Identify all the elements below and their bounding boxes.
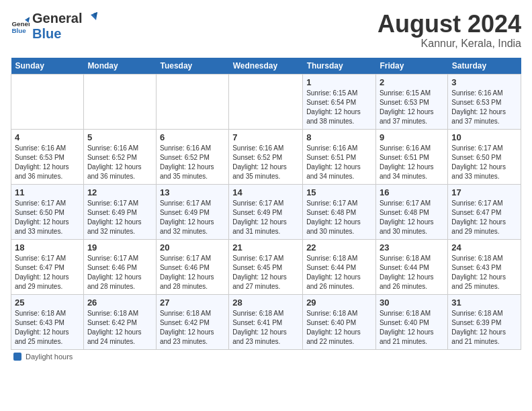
- day-info: Sunrise: 6:16 AM Sunset: 6:51 PM Dayligh…: [306, 144, 372, 181]
- table-row: 4Sunrise: 6:16 AM Sunset: 6:53 PM Daylig…: [11, 129, 84, 184]
- logo-blue: Blue: [32, 27, 97, 40]
- day-info: Sunrise: 6:17 AM Sunset: 6:49 PM Dayligh…: [232, 199, 299, 236]
- table-row: 12Sunrise: 6:17 AM Sunset: 6:49 PM Dayli…: [83, 184, 156, 239]
- day-info: Sunrise: 6:17 AM Sunset: 6:46 PM Dayligh…: [87, 254, 152, 291]
- day-number: 18: [15, 242, 80, 253]
- logo: General Blue General Blue: [11, 11, 97, 40]
- day-number: 10: [451, 132, 517, 142]
- day-number: 8: [306, 132, 372, 142]
- table-row: [83, 74, 156, 129]
- page-subtitle: Kannur, Kerala, India: [378, 38, 521, 50]
- table-row: 14Sunrise: 6:17 AM Sunset: 6:49 PM Dayli…: [229, 184, 303, 239]
- table-row: 8Sunrise: 6:16 AM Sunset: 6:51 PM Daylig…: [303, 129, 376, 184]
- day-number: 12: [87, 187, 152, 197]
- calendar-week-row: 25Sunrise: 6:18 AM Sunset: 6:43 PM Dayli…: [11, 294, 521, 349]
- day-info: Sunrise: 6:18 AM Sunset: 6:40 PM Dayligh…: [380, 309, 444, 347]
- table-row: 10Sunrise: 6:17 AM Sunset: 6:50 PM Dayli…: [448, 129, 521, 184]
- table-row: 28Sunrise: 6:18 AM Sunset: 6:41 PM Dayli…: [229, 294, 303, 349]
- day-number: 26: [87, 298, 152, 308]
- table-row: 5Sunrise: 6:16 AM Sunset: 6:52 PM Daylig…: [83, 129, 156, 184]
- day-number: 4: [15, 132, 80, 142]
- day-number: 17: [451, 187, 517, 197]
- calendar-header-row: Sunday Monday Tuesday Wednesday Thursday…: [11, 58, 521, 75]
- col-sunday: Sunday: [11, 58, 84, 75]
- day-number: 7: [232, 132, 299, 142]
- table-row: [11, 74, 84, 129]
- day-info: Sunrise: 6:16 AM Sunset: 6:52 PM Dayligh…: [87, 144, 152, 181]
- table-row: 23Sunrise: 6:18 AM Sunset: 6:44 PM Dayli…: [375, 239, 447, 294]
- table-row: 3Sunrise: 6:16 AM Sunset: 6:53 PM Daylig…: [448, 74, 521, 129]
- day-info: Sunrise: 6:17 AM Sunset: 6:50 PM Dayligh…: [451, 144, 517, 181]
- col-thursday: Thursday: [303, 58, 376, 75]
- day-info: Sunrise: 6:17 AM Sunset: 6:48 PM Dayligh…: [306, 199, 372, 236]
- day-info: Sunrise: 6:17 AM Sunset: 6:48 PM Dayligh…: [380, 199, 444, 236]
- day-number: 22: [306, 242, 372, 253]
- day-number: 5: [87, 132, 152, 142]
- day-number: 2: [380, 77, 444, 87]
- day-number: 3: [451, 77, 517, 87]
- day-info: Sunrise: 6:18 AM Sunset: 6:42 PM Dayligh…: [87, 309, 152, 347]
- day-info: Sunrise: 6:17 AM Sunset: 6:49 PM Dayligh…: [160, 199, 225, 236]
- day-info: Sunrise: 6:18 AM Sunset: 6:42 PM Dayligh…: [160, 309, 225, 347]
- page-header: General Blue General Blue August 2024 Ka…: [11, 11, 521, 50]
- day-number: 20: [160, 242, 225, 253]
- table-row: 31Sunrise: 6:18 AM Sunset: 6:39 PM Dayli…: [448, 294, 521, 349]
- svg-text:Blue: Blue: [11, 27, 26, 34]
- table-row: 15Sunrise: 6:17 AM Sunset: 6:48 PM Dayli…: [303, 184, 376, 239]
- title-block: August 2024 Kannur, Kerala, India: [378, 11, 521, 50]
- day-info: Sunrise: 6:17 AM Sunset: 6:50 PM Dayligh…: [15, 199, 80, 236]
- day-number: 25: [15, 298, 80, 308]
- day-info: Sunrise: 6:16 AM Sunset: 6:52 PM Dayligh…: [160, 144, 225, 181]
- logo-bird-icon: [83, 12, 97, 27]
- table-row: 11Sunrise: 6:17 AM Sunset: 6:50 PM Dayli…: [11, 184, 84, 239]
- day-info: Sunrise: 6:17 AM Sunset: 6:47 PM Dayligh…: [451, 199, 517, 236]
- table-row: 19Sunrise: 6:17 AM Sunset: 6:46 PM Dayli…: [83, 239, 156, 294]
- footer: Daylight hours: [11, 353, 521, 361]
- table-row: 21Sunrise: 6:17 AM Sunset: 6:45 PM Dayli…: [229, 239, 303, 294]
- day-info: Sunrise: 6:16 AM Sunset: 6:53 PM Dayligh…: [451, 89, 517, 126]
- day-number: 14: [232, 187, 299, 197]
- table-row: [156, 74, 228, 129]
- day-number: 6: [160, 132, 225, 142]
- day-number: 28: [232, 298, 299, 308]
- table-row: 25Sunrise: 6:18 AM Sunset: 6:43 PM Dayli…: [11, 294, 84, 349]
- table-row: 18Sunrise: 6:17 AM Sunset: 6:47 PM Dayli…: [11, 239, 84, 294]
- day-number: 1: [306, 77, 372, 87]
- table-row: 7Sunrise: 6:16 AM Sunset: 6:52 PM Daylig…: [229, 129, 303, 184]
- day-number: 30: [380, 298, 444, 308]
- day-info: Sunrise: 6:18 AM Sunset: 6:40 PM Dayligh…: [306, 309, 372, 347]
- day-number: 19: [87, 242, 152, 253]
- day-number: 21: [232, 242, 299, 253]
- footer-label: Daylight hours: [26, 353, 73, 361]
- col-friday: Friday: [375, 58, 447, 75]
- table-row: [229, 74, 303, 129]
- day-info: Sunrise: 6:16 AM Sunset: 6:51 PM Dayligh…: [380, 144, 444, 181]
- day-info: Sunrise: 6:15 AM Sunset: 6:53 PM Dayligh…: [380, 89, 444, 126]
- day-number: 23: [380, 242, 444, 253]
- table-row: 24Sunrise: 6:18 AM Sunset: 6:43 PM Dayli…: [448, 239, 521, 294]
- table-row: 26Sunrise: 6:18 AM Sunset: 6:42 PM Dayli…: [83, 294, 156, 349]
- day-number: 24: [451, 242, 517, 253]
- calendar-week-row: 4Sunrise: 6:16 AM Sunset: 6:53 PM Daylig…: [11, 129, 521, 184]
- day-number: 15: [306, 187, 372, 197]
- day-info: Sunrise: 6:16 AM Sunset: 6:52 PM Dayligh…: [232, 144, 299, 181]
- table-row: 27Sunrise: 6:18 AM Sunset: 6:42 PM Dayli…: [156, 294, 228, 349]
- col-saturday: Saturday: [448, 58, 521, 75]
- table-row: 29Sunrise: 6:18 AM Sunset: 6:40 PM Dayli…: [303, 294, 376, 349]
- logo-general: General: [32, 11, 82, 27]
- day-number: 11: [15, 187, 80, 197]
- day-number: 16: [380, 187, 444, 197]
- table-row: 17Sunrise: 6:17 AM Sunset: 6:47 PM Dayli…: [448, 184, 521, 239]
- table-row: 22Sunrise: 6:18 AM Sunset: 6:44 PM Dayli…: [303, 239, 376, 294]
- table-row: 9Sunrise: 6:16 AM Sunset: 6:51 PM Daylig…: [375, 129, 447, 184]
- day-info: Sunrise: 6:18 AM Sunset: 6:43 PM Dayligh…: [451, 254, 517, 291]
- day-number: 31: [451, 298, 517, 308]
- col-tuesday: Tuesday: [156, 58, 228, 75]
- table-row: 13Sunrise: 6:17 AM Sunset: 6:49 PM Dayli…: [156, 184, 228, 239]
- table-row: 30Sunrise: 6:18 AM Sunset: 6:40 PM Dayli…: [375, 294, 447, 349]
- table-row: 2Sunrise: 6:15 AM Sunset: 6:53 PM Daylig…: [375, 74, 447, 129]
- calendar-week-row: 18Sunrise: 6:17 AM Sunset: 6:47 PM Dayli…: [11, 239, 521, 294]
- page-title: August 2024: [378, 11, 521, 38]
- table-row: 20Sunrise: 6:17 AM Sunset: 6:46 PM Dayli…: [156, 239, 228, 294]
- day-info: Sunrise: 6:17 AM Sunset: 6:47 PM Dayligh…: [15, 254, 80, 291]
